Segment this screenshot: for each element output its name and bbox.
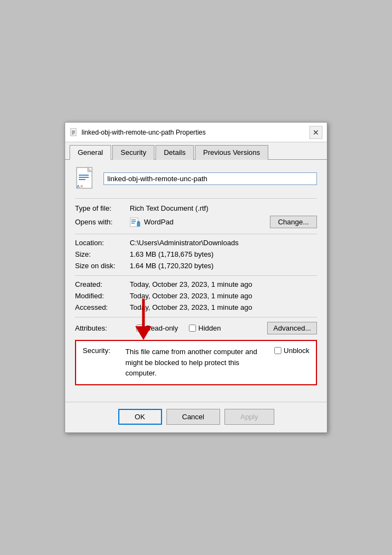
cancel-button[interactable]: Cancel <box>166 409 220 425</box>
location-value: C:\Users\Administrator\Downloads <box>130 239 317 247</box>
size-on-disk-label: Size on disk: <box>75 262 130 270</box>
file-icon-box: A ≡ <box>75 167 97 189</box>
unblock-checkbox[interactable] <box>274 347 281 354</box>
svg-rect-13 <box>131 219 136 221</box>
modified-label: Modified: <box>75 292 130 300</box>
opens-with-row: Opens with: WordPad Change... <box>75 216 317 228</box>
security-text: This file came from another computer and… <box>125 346 264 379</box>
svg-rect-14 <box>131 221 136 222</box>
hidden-group: Hidden <box>189 324 221 332</box>
accessed-value: Today, October 23, 2023, 1 minute ago <box>130 303 317 311</box>
location-label: Location: <box>75 239 130 247</box>
type-row: Type of file: Rich Text Document (.rtf) <box>75 204 317 212</box>
tab-previous-versions[interactable]: Previous Versions <box>195 145 268 160</box>
size-label: Size: <box>75 250 130 258</box>
accessed-row: Accessed: Today, October 23, 2023, 1 min… <box>75 303 317 311</box>
file-type-icon: A ≡ <box>76 167 96 190</box>
size-value: 1.63 MB (1,718,675 bytes) <box>130 250 317 258</box>
attributes-label: Attributes: <box>75 324 130 332</box>
svg-rect-7 <box>79 175 89 176</box>
svg-rect-16 <box>137 222 140 227</box>
svg-rect-12 <box>130 218 138 227</box>
unblock-group: Unblock <box>274 346 309 355</box>
svg-rect-15 <box>131 223 135 224</box>
modified-value: Today, October 23, 2023, 1 minute ago <box>130 292 317 300</box>
location-row: Location: C:\Users\Administrator\Downloa… <box>75 239 317 247</box>
change-button[interactable]: Change... <box>270 216 317 228</box>
security-section: Security: This file came from another co… <box>75 340 317 385</box>
type-value: Rich Text Document (.rtf) <box>130 204 317 212</box>
created-label: Created: <box>75 280 130 288</box>
apply-button[interactable]: Apply <box>224 409 274 425</box>
divider-3 <box>75 317 317 317</box>
file-row: A ≡ <box>75 167 317 189</box>
created-row: Created: Today, October 23, 2023, 1 minu… <box>75 280 317 288</box>
tab-details[interactable]: Details <box>155 145 194 160</box>
tab-content: A ≡ Type of file: Rich Text Document (.r… <box>65 160 327 402</box>
svg-rect-8 <box>79 177 89 178</box>
close-button[interactable]: ✕ <box>309 126 322 139</box>
title-bar-left: linked-obj-with-remote-unc-path Properti… <box>70 128 206 137</box>
accessed-label: Accessed: <box>75 303 130 311</box>
readonly-group: Read-only <box>136 324 178 332</box>
advanced-button[interactable]: Advanced... <box>267 322 317 334</box>
window-title: linked-obj-with-remote-unc-path Properti… <box>82 129 206 136</box>
ok-button[interactable]: OK <box>118 409 162 425</box>
wordpad-icon <box>130 217 141 228</box>
created-value: Today, October 23, 2023, 1 minute ago <box>130 280 317 288</box>
size-row: Size: 1.63 MB (1,718,675 bytes) <box>75 250 317 258</box>
location-section: Location: C:\Users\Administrator\Downloa… <box>75 239 317 270</box>
divider-1 <box>75 234 317 234</box>
divider-2 <box>75 275 317 276</box>
hidden-label: Hidden <box>198 324 221 332</box>
tab-general[interactable]: General <box>70 145 111 160</box>
size-on-disk-value: 1.64 MB (1,720,320 bytes) <box>130 262 317 270</box>
properties-window: linked-obj-with-remote-unc-path Properti… <box>65 122 327 433</box>
svg-rect-9 <box>79 179 85 180</box>
title-bar: linked-obj-with-remote-unc-path Properti… <box>65 123 327 142</box>
tabs-bar: General Security Details Previous Versio… <box>65 142 327 160</box>
file-name-input[interactable] <box>103 172 317 185</box>
security-section-label: Security: <box>83 346 120 355</box>
annotation-container: Security: This file came from another co… <box>75 340 317 385</box>
size-on-disk-row: Size on disk: 1.64 MB (1,720,320 bytes) <box>75 262 317 270</box>
readonly-checkbox[interactable] <box>136 325 143 332</box>
opens-app: WordPad <box>144 218 174 226</box>
hidden-checkbox[interactable] <box>189 325 196 332</box>
dates-section: Created: Today, October 23, 2023, 1 minu… <box>75 280 317 311</box>
svg-text:≡: ≡ <box>80 184 83 189</box>
title-file-icon <box>70 128 78 137</box>
modified-row: Modified: Today, October 23, 2023, 1 min… <box>75 292 317 300</box>
svg-text:A: A <box>77 184 80 189</box>
svg-rect-0 <box>71 129 76 136</box>
opens-label: Opens with: <box>75 218 130 226</box>
bottom-bar: OK Cancel Apply <box>65 402 327 432</box>
readonly-label: Read-only <box>146 324 178 332</box>
attributes-row: Attributes: Read-only Hidden Advanced... <box>75 322 317 334</box>
opens-with-inner: WordPad <box>130 217 270 228</box>
tab-security[interactable]: Security <box>112 145 154 160</box>
svg-rect-17 <box>137 221 140 223</box>
type-section: Type of file: Rich Text Document (.rtf) … <box>75 198 317 228</box>
type-label: Type of file: <box>75 204 130 212</box>
unblock-label: Unblock <box>284 346 309 355</box>
